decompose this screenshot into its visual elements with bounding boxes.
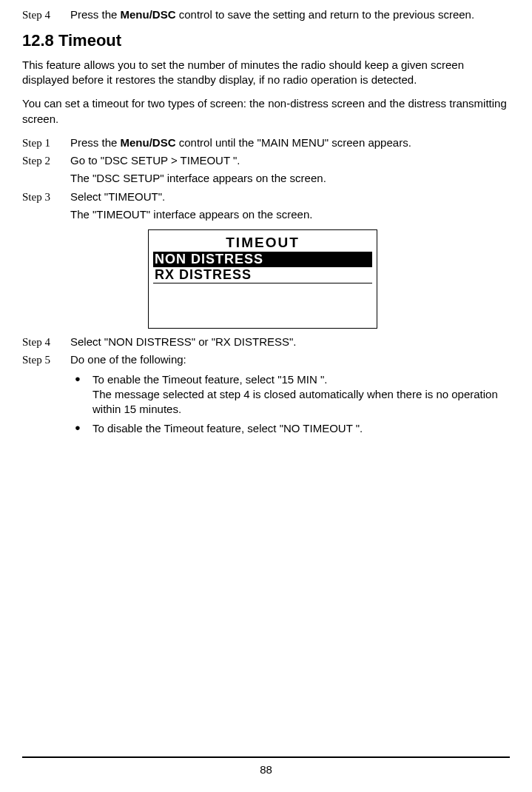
- step-sub: The "TIMEOUT" interface appears on the s…: [70, 207, 510, 222]
- page-footer: 88: [22, 756, 510, 777]
- step-text: Do one of the following:: [70, 352, 510, 367]
- step-label: Step 4: [22, 7, 70, 22]
- step-body: Go to "DSC SETUP > TIMEOUT ". The "DSC S…: [70, 153, 510, 187]
- lcd-row: RX DISTRESS: [153, 267, 372, 283]
- step-text: Select "TIMEOUT".: [70, 189, 510, 204]
- lcd-figure: TIMEOUT NON DISTRESS RX DISTRESS: [148, 229, 510, 329]
- step-body: Select "TIMEOUT". The "TIMEOUT" interfac…: [70, 189, 510, 223]
- page-number: 88: [260, 763, 272, 776]
- lcd-row-selected: NON DISTRESS: [153, 252, 372, 267]
- step-row-1: Step 1 Press the Menu/DSC control until …: [22, 135, 510, 150]
- step-text-b: control to save the setting and return t…: [176, 8, 475, 21]
- step-row-2: Step 2 Go to "DSC SETUP > TIMEOUT ". The…: [22, 153, 510, 187]
- step-row-3: Step 3 Select "TIMEOUT". The "TIMEOUT" i…: [22, 189, 510, 223]
- step-body: Do one of the following:: [70, 352, 510, 367]
- step-text-a: Press the: [70, 136, 121, 149]
- step-text-b: control until the "MAIN MENU" screen app…: [176, 136, 411, 149]
- bullet-text: To disable the Timeout feature, select "…: [92, 421, 510, 436]
- lcd-title: TIMEOUT: [153, 233, 372, 252]
- step-label: Step 5: [22, 352, 70, 367]
- step-row-5: Step 5 Do one of the following:: [22, 352, 510, 367]
- bullet-item-2: ● To disable the Timeout feature, select…: [70, 421, 510, 436]
- step-row-prev-4: Step 4 Press the Menu/DSC control to sav…: [22, 7, 510, 22]
- bullet-text-2: The message selected at step 4 is closed…: [92, 387, 510, 417]
- intro-paragraph-1: This feature allows you to set the numbe…: [22, 58, 510, 88]
- step-body: Press the Menu/DSC control until the "MA…: [70, 135, 510, 150]
- bullet-icon: ●: [70, 421, 92, 436]
- step-label: Step 3: [22, 189, 70, 223]
- lcd-screen: TIMEOUT NON DISTRESS RX DISTRESS: [148, 229, 377, 329]
- step-label: Step 1: [22, 135, 70, 150]
- step-label: Step 2: [22, 153, 70, 187]
- step-text: Go to "DSC SETUP > TIMEOUT ".: [70, 153, 510, 168]
- step-text-a: Press the: [70, 8, 121, 21]
- step-body: Select "NON DISTRESS" or "RX DISTRESS".: [70, 335, 510, 349]
- bullet-body: To enable the Timeout feature, select "1…: [92, 372, 510, 417]
- lcd-divider: [153, 283, 372, 283]
- bullet-text-1: To enable the Timeout feature, select "1…: [92, 372, 510, 387]
- step-body: Press the Menu/DSC control to save the s…: [70, 7, 510, 22]
- section-heading: 12.8 Timeout: [22, 30, 510, 52]
- step-text: Select "NON DISTRESS" or "RX DISTRESS".: [70, 335, 510, 349]
- step-row-4: Step 4 Select "NON DISTRESS" or "RX DIST…: [22, 335, 510, 349]
- step-label: Step 4: [22, 335, 70, 349]
- step-bold: Menu/DSC: [121, 8, 176, 21]
- step-sub: The "DSC SETUP" interface appears on the…: [70, 171, 510, 186]
- bullet-icon: ●: [70, 372, 92, 417]
- bullet-body: To disable the Timeout feature, select "…: [92, 421, 510, 436]
- step-bold: Menu/DSC: [121, 136, 176, 149]
- intro-paragraph-2: You can set a timeout for two types of s…: [22, 96, 510, 127]
- bullet-item-1: ● To enable the Timeout feature, select …: [70, 372, 510, 417]
